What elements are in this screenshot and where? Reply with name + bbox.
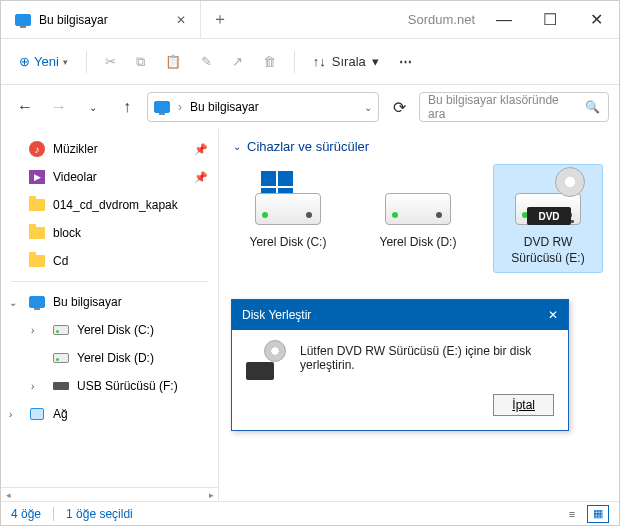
- sidebar-item-local-disk-d[interactable]: Yerel Disk (D:): [1, 344, 218, 372]
- expand-icon[interactable]: ›: [31, 325, 34, 336]
- chevron-down-icon: ▾: [63, 57, 68, 67]
- search-placeholder: Bu bilgisayar klasöründe ara: [428, 93, 579, 121]
- group-header-devices[interactable]: ⌄ Cihazlar ve sürücüler: [233, 139, 605, 154]
- back-button[interactable]: ←: [11, 93, 39, 121]
- forward-button[interactable]: →: [45, 93, 73, 121]
- folder-icon: [29, 225, 45, 241]
- dialog-title: Disk Yerleştir: [242, 308, 311, 322]
- this-pc-icon: [15, 12, 31, 28]
- watermark-text: Sordum.net: [408, 12, 481, 27]
- sidebar-item-folder[interactable]: 014_cd_dvdrom_kapak: [1, 191, 218, 219]
- status-item-count: 4 öğe: [11, 507, 41, 521]
- disk-icon: [53, 350, 69, 366]
- tiles-view-button[interactable]: ▦: [587, 505, 609, 523]
- dvd-drive-icon: DVD: [513, 171, 583, 229]
- copy-button[interactable]: ⧉: [128, 46, 153, 78]
- paste-button[interactable]: 📋: [157, 46, 189, 78]
- dvd-insert-icon: [246, 344, 286, 380]
- sidebar-scrollbar[interactable]: ◂▸: [1, 487, 218, 501]
- address-bar[interactable]: › Bu bilgisayar ⌄: [147, 92, 379, 122]
- share-icon: ↗: [232, 54, 243, 69]
- status-selection-count: 1 öğe seçildi: [66, 507, 133, 521]
- sidebar-item-this-pc[interactable]: ⌄ Bu bilgisayar: [1, 288, 218, 316]
- delete-button[interactable]: 🗑: [255, 46, 284, 78]
- rename-icon: ✎: [201, 54, 212, 69]
- drive-local-d[interactable]: Yerel Disk (D:): [363, 164, 473, 273]
- navigation-pane: ♪ Müzikler 📌 ▶ Videolar 📌 014_cd_dvdrom_…: [1, 129, 219, 501]
- search-box[interactable]: Bu bilgisayar klasöründe ara 🔍: [419, 92, 609, 122]
- sidebar-item-videos[interactable]: ▶ Videolar 📌: [1, 163, 218, 191]
- this-pc-icon: [29, 294, 45, 310]
- plus-circle-icon: ⊕: [19, 54, 30, 69]
- breadcrumb-separator-icon: ›: [178, 100, 182, 114]
- music-icon: ♪: [29, 141, 45, 157]
- chevron-down-icon[interactable]: ⌄: [364, 102, 372, 113]
- pin-icon: 📌: [194, 143, 208, 156]
- disk-icon: [253, 171, 323, 229]
- sort-icon: ↑↓: [313, 54, 326, 69]
- minimize-button[interactable]: —: [481, 1, 527, 39]
- disk-icon: [383, 171, 453, 229]
- usb-icon: [53, 378, 69, 394]
- cancel-button[interactable]: İptal: [493, 394, 554, 416]
- tab-title: Bu bilgisayar: [39, 13, 108, 27]
- collapse-icon[interactable]: ⌄: [9, 297, 17, 308]
- new-button[interactable]: ⊕ Yeni ▾: [11, 46, 76, 78]
- breadcrumb-location[interactable]: Bu bilgisayar: [190, 100, 259, 114]
- sort-button[interactable]: ↑↓ Sırala ▾: [305, 54, 387, 69]
- sidebar-item-music[interactable]: ♪ Müzikler 📌: [1, 135, 218, 163]
- copy-icon: ⧉: [136, 54, 145, 70]
- trash-icon: 🗑: [263, 54, 276, 69]
- recent-locations-button[interactable]: ⌄: [79, 93, 107, 121]
- drive-local-c[interactable]: Yerel Disk (C:): [233, 164, 343, 273]
- rename-button[interactable]: ✎: [193, 46, 220, 78]
- dialog-close-button[interactable]: ✕: [548, 308, 558, 322]
- sidebar-item-network[interactable]: › Ağ: [1, 400, 218, 428]
- cut-icon: ✂: [105, 54, 116, 69]
- pin-icon: 📌: [194, 171, 208, 184]
- search-icon: 🔍: [585, 100, 600, 114]
- maximize-button[interactable]: ☐: [527, 1, 573, 39]
- more-button[interactable]: ⋯: [391, 46, 420, 78]
- drive-dvd-rw[interactable]: DVD DVD RW Sürücüsü (E:): [493, 164, 603, 273]
- sidebar-item-folder[interactable]: block: [1, 219, 218, 247]
- chevron-down-icon: ▾: [372, 54, 379, 69]
- sidebar-item-folder[interactable]: Cd: [1, 247, 218, 275]
- close-button[interactable]: ✕: [573, 1, 619, 39]
- sidebar-item-local-disk-c[interactable]: › Yerel Disk (C:): [1, 316, 218, 344]
- folder-icon: [29, 197, 45, 213]
- new-tab-button[interactable]: ＋: [201, 9, 239, 30]
- details-view-button[interactable]: ≡: [561, 505, 583, 523]
- dialog-message: Lütfen DVD RW Sürücüsü (E:) içine bir di…: [300, 344, 554, 380]
- paste-icon: 📋: [165, 54, 181, 69]
- up-button[interactable]: ↑: [113, 93, 141, 121]
- network-icon: [29, 406, 45, 422]
- window-tab[interactable]: Bu bilgisayar ✕: [1, 1, 201, 38]
- expand-icon[interactable]: ›: [9, 409, 12, 420]
- disk-icon: [53, 322, 69, 338]
- folder-icon: [29, 253, 45, 269]
- video-icon: ▶: [29, 170, 45, 184]
- cut-button[interactable]: ✂: [97, 46, 124, 78]
- share-button[interactable]: ↗: [224, 46, 251, 78]
- chevron-down-icon: ⌄: [233, 141, 241, 152]
- this-pc-icon: [154, 99, 170, 115]
- expand-icon[interactable]: ›: [31, 381, 34, 392]
- tab-close-icon[interactable]: ✕: [176, 13, 186, 27]
- sidebar-item-usb-drive[interactable]: › USB Sürücüsü (F:): [1, 372, 218, 400]
- insert-disc-dialog: Disk Yerleştir ✕ Lütfen DVD RW Sürücüsü …: [231, 299, 569, 431]
- refresh-button[interactable]: ⟳: [385, 93, 413, 121]
